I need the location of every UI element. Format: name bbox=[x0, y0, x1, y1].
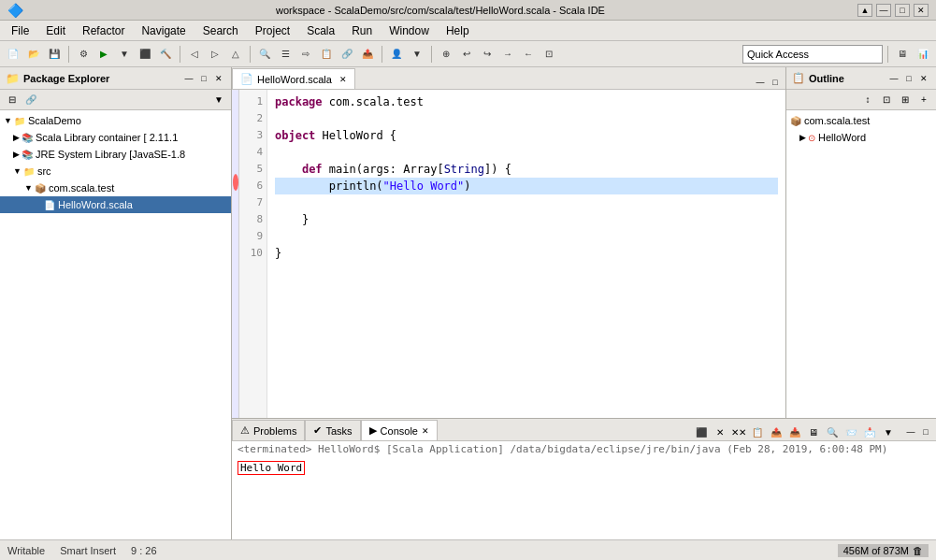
menu-refactor[interactable]: Refactor bbox=[75, 22, 132, 39]
toolbar-next[interactable]: ▷ bbox=[206, 45, 224, 64]
toolbar-stop[interactable]: ⬛ bbox=[136, 45, 154, 64]
toolbar-open[interactable]: 📂 bbox=[24, 45, 43, 64]
outline-header: 📋 Outline — □ ✕ bbox=[786, 67, 936, 90]
console-btn5[interactable]: 📤 bbox=[768, 424, 785, 440]
toolbar-ext6[interactable]: ⊡ bbox=[540, 45, 558, 64]
editor-maximize[interactable]: □ bbox=[769, 76, 782, 89]
menu-scala[interactable]: Scala bbox=[299, 22, 342, 39]
tab-console-close[interactable]: ✕ bbox=[422, 426, 429, 436]
console-btn6[interactable]: 📥 bbox=[786, 424, 803, 440]
console-maximize[interactable]: □ bbox=[919, 425, 932, 438]
toolbar-run-dropdown[interactable]: ▼ bbox=[115, 45, 134, 64]
tab-tasks-label: Tasks bbox=[325, 425, 352, 437]
tree-item-src[interactable]: ▼ 📁 src bbox=[0, 163, 231, 179]
outline-hide-static[interactable]: ⊞ bbox=[897, 92, 914, 108]
link-editor-btn[interactable]: 🔗 bbox=[22, 92, 39, 108]
toolbar-persp2[interactable]: 📊 bbox=[914, 45, 932, 64]
quick-access-input[interactable]: Quick Access bbox=[742, 45, 883, 64]
editor-tab-close[interactable]: ✕ bbox=[339, 75, 347, 84]
console-minimize[interactable]: — bbox=[904, 425, 917, 438]
toolbar-person-dropdown[interactable]: ▼ bbox=[408, 45, 426, 64]
quick-access-area: Quick Access bbox=[742, 45, 883, 64]
console-btn10[interactable]: 📩 bbox=[861, 424, 878, 440]
outline-minimize[interactable]: — bbox=[887, 72, 900, 85]
toolbar-ext2[interactable]: ↩ bbox=[457, 45, 476, 64]
package-explorer-toolbar: ⊟ 🔗 ▼ bbox=[0, 90, 231, 110]
editor-tab-helloword[interactable]: 📄 HelloWord.scala ✕ bbox=[232, 68, 355, 89]
panel-maximize[interactable]: □ bbox=[197, 72, 210, 85]
code-content[interactable]: package com.scala.test object HelloWord … bbox=[267, 90, 785, 418]
menu-search[interactable]: Search bbox=[195, 22, 246, 39]
toolbar-sep2 bbox=[180, 46, 180, 63]
terminated-line: <terminated> HelloWord$ [Scala Applicati… bbox=[238, 443, 930, 455]
toolbar-save[interactable]: 💾 bbox=[45, 45, 64, 64]
toolbar-ext1[interactable]: ⊕ bbox=[437, 45, 455, 64]
toolbar-ext3[interactable]: ↪ bbox=[478, 45, 497, 64]
tree-item-helloword[interactable]: ▶ 📄 HelloWord.scala bbox=[0, 196, 231, 213]
menu-file[interactable]: File bbox=[4, 22, 36, 39]
toolbar-ref2[interactable]: ⇨ bbox=[296, 45, 315, 64]
outline-item-helloword[interactable]: ▶ ⊙ HelloWord bbox=[786, 129, 936, 146]
console-btn3[interactable]: ✕✕ bbox=[730, 424, 747, 440]
outline-sort[interactable]: ↕ bbox=[859, 92, 876, 108]
console-btn8[interactable]: 🔍 bbox=[824, 424, 841, 440]
console-btn1[interactable]: ⬛ bbox=[693, 424, 710, 440]
toolbar-ref1[interactable]: ☰ bbox=[276, 45, 295, 64]
console-btn9[interactable]: 📨 bbox=[842, 424, 859, 440]
outline-hide-fields[interactable]: ⊡ bbox=[878, 92, 895, 108]
toolbar-prev[interactable]: ◁ bbox=[185, 45, 204, 64]
outline-maximize[interactable]: □ bbox=[902, 72, 915, 85]
menu-window[interactable]: Window bbox=[382, 22, 437, 39]
console-btn7[interactable]: 🖥 bbox=[805, 424, 822, 440]
toolbar-ext4[interactable]: → bbox=[498, 45, 517, 64]
outline-expand[interactable]: + bbox=[915, 92, 932, 108]
toolbar-build[interactable]: 🔨 bbox=[156, 45, 175, 64]
toolbar-person[interactable]: 👤 bbox=[387, 45, 406, 64]
menu-help[interactable]: Help bbox=[439, 22, 477, 39]
title-bar-close[interactable]: ✕ bbox=[914, 4, 929, 17]
title-bar-minimize2[interactable]: — bbox=[876, 4, 891, 17]
toolbar-debug[interactable]: ⚙ bbox=[74, 45, 93, 64]
console-btn11[interactable]: ▼ bbox=[880, 424, 897, 440]
outline-panel-controls: — □ ✕ bbox=[887, 72, 930, 85]
toolbar-ref4[interactable]: 🔗 bbox=[338, 45, 356, 64]
panel-close[interactable]: ✕ bbox=[212, 72, 225, 85]
editor-minimize[interactable]: — bbox=[754, 76, 767, 89]
toolbar-up[interactable]: △ bbox=[226, 45, 245, 64]
toolbar-run[interactable]: ▶ bbox=[94, 45, 113, 64]
menu-edit[interactable]: Edit bbox=[38, 22, 73, 39]
tree-item-scala-lib[interactable]: ▶ 📚 Scala Library container [ 2.11.1 bbox=[0, 129, 231, 146]
icon-scala-lib: 📚 bbox=[22, 133, 33, 143]
status-memory[interactable]: 456M of 873M 🗑 bbox=[838, 544, 929, 557]
tree-item-jre[interactable]: ▶ 📚 JRE System Library [JavaSE-1.8 bbox=[0, 146, 231, 163]
console-btn2[interactable]: ✕ bbox=[712, 424, 728, 440]
toolbar-ref3[interactable]: 📋 bbox=[317, 45, 336, 64]
tree-item-package[interactable]: ▼ 📦 com.scala.test bbox=[0, 179, 231, 196]
menu-navigate[interactable]: Navigate bbox=[134, 22, 193, 39]
toolbar-new[interactable]: 📄 bbox=[4, 45, 22, 64]
console-btn4[interactable]: 📋 bbox=[749, 424, 766, 440]
tab-tasks[interactable]: ✔ Tasks bbox=[305, 420, 360, 440]
toolbar-search[interactable]: 🔍 bbox=[255, 45, 274, 64]
tab-problems[interactable]: ⚠ Problems bbox=[232, 420, 305, 440]
outline-tree: 📦 com.scala.test ▶ ⊙ HelloWord bbox=[786, 110, 936, 418]
line-numbers: 1 2 3 4 5 6 7 8 9 10 bbox=[239, 90, 267, 418]
package-explorer-title: 📁 Package Explorer bbox=[6, 72, 109, 85]
title-bar-minimize[interactable]: ▲ bbox=[857, 4, 872, 17]
toolbar-ref5[interactable]: 📤 bbox=[358, 45, 377, 64]
title-bar-maximize[interactable]: □ bbox=[895, 4, 910, 17]
tree-item-scalademo[interactable]: ▼ 📁 ScalaDemo bbox=[0, 112, 231, 129]
tab-console[interactable]: ▶ Console ✕ bbox=[361, 420, 438, 440]
title-bar: 🔷 workspace - ScalaDemo/src/com/scala/te… bbox=[0, 0, 936, 21]
panel-minimize[interactable]: — bbox=[182, 72, 195, 85]
collapse-all-btn[interactable]: ⊟ bbox=[4, 92, 21, 108]
toolbar-sep3 bbox=[250, 46, 251, 63]
toolbar-persp1[interactable]: 🖥 bbox=[893, 45, 912, 64]
outline-item-package[interactable]: 📦 com.scala.test bbox=[786, 112, 936, 129]
toolbar-ext5[interactable]: ← bbox=[519, 45, 538, 64]
menu-run[interactable]: Run bbox=[344, 22, 380, 39]
view-menu-btn[interactable]: ▼ bbox=[210, 92, 227, 108]
outline-pkg-icon: 📦 bbox=[790, 116, 801, 126]
outline-close[interactable]: ✕ bbox=[917, 72, 930, 85]
menu-project[interactable]: Project bbox=[248, 22, 297, 39]
